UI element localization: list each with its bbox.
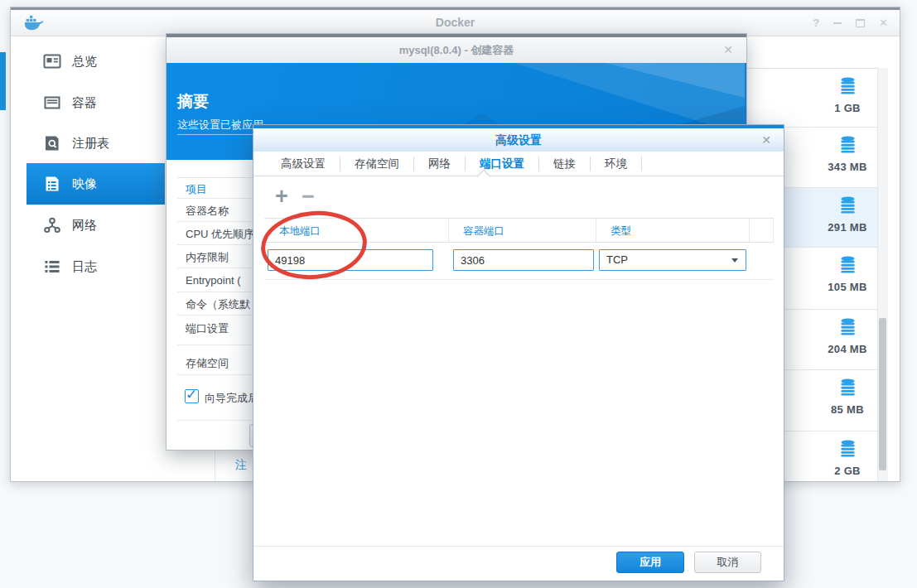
close-icon[interactable]: ✕	[761, 134, 771, 146]
overview-icon	[43, 52, 61, 70]
summary-row: 端口设置	[186, 321, 229, 336]
window-controls: ? ✕	[813, 10, 888, 36]
wizard-step-subtitle: 这些设置已被应用	[177, 118, 263, 135]
column-divider	[448, 219, 449, 242]
sidebar-item-label: 映像	[72, 176, 97, 192]
image-icon	[43, 175, 61, 193]
database-icon	[838, 263, 857, 277]
database-icon	[838, 204, 857, 218]
summary-row: 命令（系统默	[186, 297, 250, 312]
summary-row: 存储空间	[186, 356, 229, 371]
summary-row: CPU 优先顺序	[186, 227, 254, 242]
tab-bar: 高级设置 存储空间 网络 端口设置 链接 环境	[253, 152, 784, 176]
image-size: 291 MB	[810, 221, 885, 234]
sidebar-item-log[interactable]: 日志	[27, 246, 165, 287]
sidebar-item-label: 总览	[72, 54, 97, 70]
sidebar-item-registry[interactable]: 注册表	[27, 123, 165, 164]
log-icon	[43, 258, 61, 276]
apply-button[interactable]: 应用	[616, 552, 684, 573]
column-divider	[773, 219, 774, 242]
footer-divider	[253, 546, 784, 547]
clipped-link-text: 注	[235, 458, 247, 473]
add-port-button[interactable]: +	[275, 185, 288, 208]
summary-header: 项目	[186, 182, 207, 197]
port-type-select[interactable]: TCP	[599, 249, 746, 271]
checkmark-icon: ✓	[186, 386, 197, 403]
cancel-button[interactable]: 取消	[694, 552, 761, 573]
tab-network[interactable]: 网络	[414, 157, 466, 171]
tab-environment[interactable]: 环境	[591, 157, 642, 171]
sidebar-item-network[interactable]: 网络	[27, 205, 165, 246]
database-icon	[838, 143, 857, 157]
database-icon	[838, 386, 857, 400]
port-type-value: TCP	[606, 253, 628, 266]
container-icon	[43, 94, 61, 112]
dialog-titlebar: 高级设置 ✕	[253, 128, 784, 152]
advanced-settings-dialog: 高级设置 ✕ 高级设置 存储空间 网络 端口设置 链接 环境 + − 本地端口 …	[253, 124, 784, 581]
tab-links[interactable]: 链接	[539, 157, 591, 171]
wizard-checkbox-label: 向导完成后	[205, 391, 258, 406]
sidebar-item-label: 容器	[72, 95, 97, 111]
summary-row: 容器名称	[186, 204, 229, 219]
database-icon	[838, 447, 857, 461]
summary-row: 内存限制	[186, 250, 229, 265]
sidebar-item-container[interactable]: 容器	[27, 82, 165, 123]
help-icon[interactable]: ?	[813, 17, 819, 28]
image-size: 204 MB	[810, 343, 885, 355]
tab-volume[interactable]: 存储空间	[340, 157, 414, 171]
column-header-type: 类型	[611, 224, 631, 239]
sidebar-item-image[interactable]: 映像	[27, 163, 165, 205]
sidebar-item-label: 网络	[72, 218, 97, 234]
dialog-title: mysql(8.0.4) - 创建容器	[167, 37, 746, 63]
database-icon	[838, 325, 857, 340]
image-size: 1 GB	[810, 102, 885, 114]
column-divider	[596, 219, 596, 242]
remove-port-button[interactable]: −	[302, 185, 315, 208]
wizard-step-title: 摘要	[177, 91, 209, 113]
summary-row: Entrypoint (	[186, 274, 240, 287]
image-size: 85 MB	[810, 403, 885, 416]
sidebar-item-label: 日志	[72, 259, 97, 275]
scrollbar-thumb[interactable]	[879, 318, 886, 470]
container-port-input[interactable]	[453, 249, 594, 271]
sidebar-item-overview[interactable]: 总览	[27, 41, 165, 82]
dialog-title: 高级设置	[253, 128, 784, 152]
wizard-run-checkbox[interactable]: ✓	[185, 389, 199, 403]
desktop-accent-strip	[0, 52, 6, 110]
image-size: 2 GB	[810, 465, 885, 477]
column-header-container-port: 容器端口	[463, 224, 504, 239]
minimize-icon[interactable]	[833, 22, 842, 24]
database-icon	[838, 84, 857, 99]
main-window-title: Docker	[11, 10, 900, 36]
registry-icon	[43, 134, 61, 152]
tab-advanced-settings[interactable]: 高级设置	[267, 157, 340, 171]
column-divider	[749, 219, 750, 242]
network-icon	[43, 216, 61, 234]
image-size: 105 MB	[810, 281, 885, 293]
chevron-down-icon	[731, 258, 738, 263]
close-icon[interactable]: ✕	[879, 17, 888, 28]
close-icon[interactable]: ✕	[723, 44, 733, 55]
maximize-icon[interactable]	[856, 19, 865, 27]
dialog-titlebar: mysql(8.0.4) - 创建容器 ✕	[167, 37, 746, 64]
image-size: 343 MB	[810, 161, 885, 173]
tab-port-settings[interactable]: 端口设置	[466, 157, 539, 171]
sidebar-item-label: 注册表	[72, 136, 109, 152]
